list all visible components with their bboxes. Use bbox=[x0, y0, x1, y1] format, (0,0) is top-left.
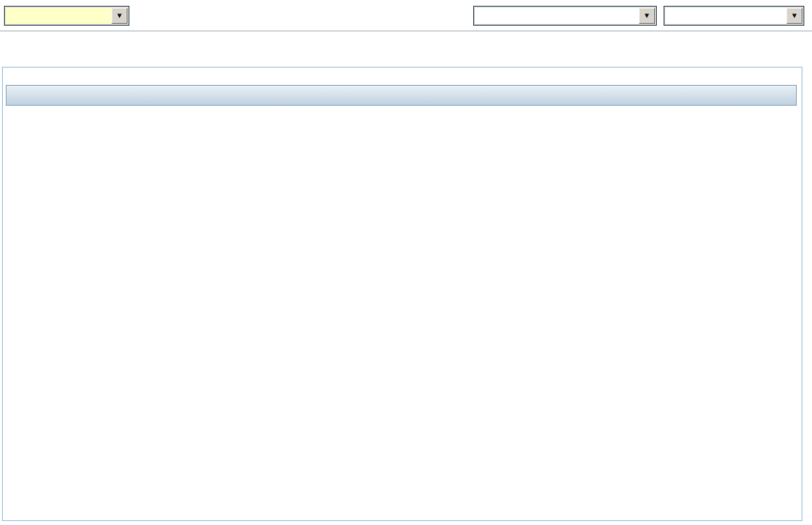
dropdown-arrow-icon[interactable]: ▼ bbox=[111, 8, 128, 24]
dropdown-arrow-icon[interactable]: ▼ bbox=[639, 8, 655, 24]
report-page: { "toolbar": { "period_select": { "value… bbox=[0, 0, 812, 525]
top-toolbar: ▼ ▼ ▼ bbox=[0, 0, 812, 31]
cpu-usage-bar-chart bbox=[55, 203, 809, 489]
report-content-panel bbox=[2, 67, 802, 521]
dropdown-arrow-icon[interactable]: ▼ bbox=[786, 8, 802, 24]
attribute-select[interactable]: ▼ bbox=[473, 6, 657, 26]
report-title-bar bbox=[6, 85, 797, 106]
chart-svg bbox=[55, 203, 809, 489]
period-range-select[interactable]: ▼ bbox=[4, 6, 129, 26]
worktime-select[interactable]: ▼ bbox=[663, 6, 804, 26]
